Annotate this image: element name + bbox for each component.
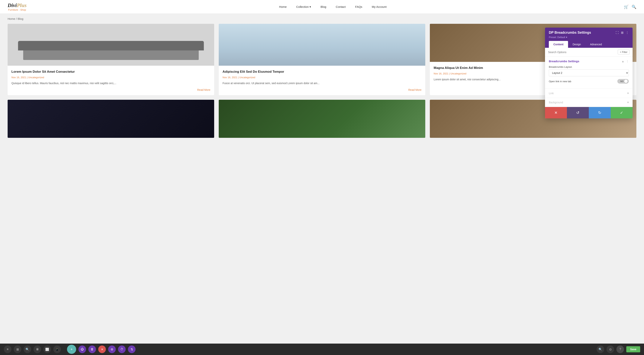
logo: DiviPlus Furniture - Shop [8,2,27,11]
tablet-button[interactable]: ⬜ [44,346,51,353]
breadcrumb-home[interactable]: Home [8,17,15,20]
nav-blog[interactable]: Blog [320,5,326,8]
layout-label: Breadcrumbs Layout. [549,66,629,68]
link-arrow: ▾ [627,91,629,95]
save-button[interactable]: Save [626,346,640,352]
new-tab-toggle[interactable]: NO [617,79,629,84]
blog-card: Adipiscing Elit Sed Do Eiusmod Tempor No… [219,24,425,95]
tab-design[interactable]: Design [568,41,586,48]
breadcrumb-separator: / [16,17,18,20]
blog-grid-row2 [8,100,636,138]
redo-button[interactable]: ↻ [589,107,611,118]
panel-action-bar: ✕ ↺ ↻ ✓ [545,107,632,118]
link-label: Link [549,92,554,95]
blog-card-meta: Nov 16, 2021 | Uncategorized [222,76,422,79]
confirm-button[interactable]: ✓ [611,107,632,118]
panel-header-top: DP Breadcrumbs Settings ⛶ ⊞ ⋮ [549,31,629,35]
background-section[interactable]: Background ▾ [545,98,632,107]
layers-button[interactable]: ⊙ [606,346,614,353]
layout-field: Breadcrumbs Layout. Layout 1 Layout 2 La… [549,66,629,76]
new-tab-label: Open link in new tab [549,80,571,83]
nav-home[interactable]: Home [279,5,287,8]
grid-button[interactable]: ⊞ [14,346,21,353]
filter-button[interactable]: + Filter [618,50,630,54]
section-title: Breadcrumbs Settings [549,60,579,63]
blog-card-excerpt: Fusce at venenatis orci. Ut placerat sem… [222,81,422,85]
right-search-button[interactable]: 🔍 [596,346,604,353]
history-button[interactable]: ⏱ [118,346,126,353]
chevron-down-icon: ▾ [310,5,311,8]
collapse-icon[interactable]: ▲ [622,60,624,63]
nav-collection[interactable]: Collection ▾ [296,5,311,8]
section-more-icon[interactable]: ⋮ [626,60,629,63]
navbar: DiviPlus Furniture - Shop Home Collectio… [0,0,644,14]
bottom-toolbar: ≡ ⊞ 🔍 🖥 ⬜ 📱 + ⏻ 🗑 ✕ ⚙ ⏱ ⇅ 🔍 ⊙ ? Save [0,344,644,355]
blog-card-body: Lorem Ipsum Dolor Sit Amet Consectetur N… [8,66,214,95]
blog-card-title: Adipiscing Elit Sed Do Eiusmod Tempor [222,70,422,74]
nav-icons: 🛒 🔍 [624,4,636,9]
toggle-state: NO [620,80,624,82]
undo-button[interactable]: ↺ [567,107,589,118]
toggle-knob [624,80,628,83]
background-arrow: ▾ [627,100,629,104]
blog-card: Lorem Ipsum Dolor Sit Amet Consectetur N… [8,24,214,95]
panel-title: DP Breadcrumbs Settings [549,31,591,35]
help-button[interactable]: ? [616,346,624,353]
panel-body: + Filter Breadcrumbs Settings ▲ ⋮ Breadc… [545,48,632,118]
reorder-button[interactable]: ⇅ [128,346,136,353]
panel-section-header: Breadcrumbs Settings ▲ ⋮ [549,60,629,63]
add-button[interactable]: + [67,345,76,354]
panel-header-icons: ⛶ ⊞ ⋮ [616,31,629,34]
nav-myaccount[interactable]: My Account [372,5,387,8]
search-options-input[interactable] [548,51,616,54]
mobile-button[interactable]: 📱 [53,346,61,353]
more-icon[interactable]: ⋮ [626,31,629,34]
blog-card-excerpt: Quisque id libero tellus. Mauris faucibu… [12,81,210,85]
fullscreen-icon[interactable]: ⛶ [616,31,619,34]
desktop-button[interactable]: 🖥 [34,346,41,353]
blog-card-image [219,24,425,66]
nav-faqs[interactable]: FAQs [355,5,362,8]
trash-button[interactable]: 🗑 [88,346,96,353]
panel-tabs: Content Design Advanced [549,41,629,48]
link-section[interactable]: Link ▾ [545,89,632,98]
logo-brand: DiviPlus [8,2,27,8]
blog-grid: Lorem Ipsum Dolor Sit Amet Consectetur N… [8,24,636,95]
settings-button[interactable]: ⚙ [108,346,116,353]
breadcrumb-current: Blog [18,17,24,20]
blog-card [219,100,425,138]
read-more-link[interactable]: Read More [12,88,210,91]
tab-advanced[interactable]: Advanced [585,41,606,48]
nav-links: Home Collection ▾ Blog Contact FAQs My A… [42,5,624,8]
layout-select[interactable]: Layout 1 Layout 2 Layout 3 [549,70,629,76]
settings-panel: DP Breadcrumbs Settings ⛶ ⊞ ⋮ Preset: De… [545,28,632,118]
read-more-link[interactable]: Read More [222,88,422,91]
blog-card [8,100,214,138]
blog-card-body: Adipiscing Elit Sed Do Eiusmod Tempor No… [219,66,425,95]
panel-header: DP Breadcrumbs Settings ⛶ ⊞ ⋮ Preset: De… [545,28,632,48]
menu-button[interactable]: ≡ [4,346,12,353]
close-button[interactable]: ✕ [98,346,106,353]
background-label: Background [549,101,563,104]
breadcrumb: Home / Blog [0,14,644,24]
page-content: Lorem Ipsum Dolor Sit Amet Consectetur N… [0,24,644,146]
panel-preset[interactable]: Preset: Default ▾ [549,36,629,39]
toolbar-search-button[interactable]: 🔍 [24,346,31,353]
logo-subtitle: Furniture - Shop [8,8,27,11]
blog-card-image [8,24,214,66]
panel-search-row: + Filter [545,48,632,56]
power-button[interactable]: ⏻ [78,346,86,353]
blog-card-image [8,100,214,138]
layout-icon[interactable]: ⊞ [621,31,624,34]
search-icon[interactable]: 🔍 [632,4,636,9]
breadcrumbs-settings-section: Breadcrumbs Settings ▲ ⋮ Breadcrumbs Lay… [545,56,632,89]
cancel-button[interactable]: ✕ [545,107,567,118]
nav-contact[interactable]: Contact [336,5,346,8]
blog-card-image [219,100,425,138]
blog-card-title: Lorem Ipsum Dolor Sit Amet Consectetur [12,70,210,74]
new-tab-toggle-row: Open link in new tab NO [549,79,629,84]
tab-content[interactable]: Content [549,41,568,48]
cart-icon[interactable]: 🛒 [624,4,628,9]
blog-card-meta: Nov 16, 2021 | Uncategorized [12,76,210,79]
section-icons: ▲ ⋮ [622,60,629,63]
